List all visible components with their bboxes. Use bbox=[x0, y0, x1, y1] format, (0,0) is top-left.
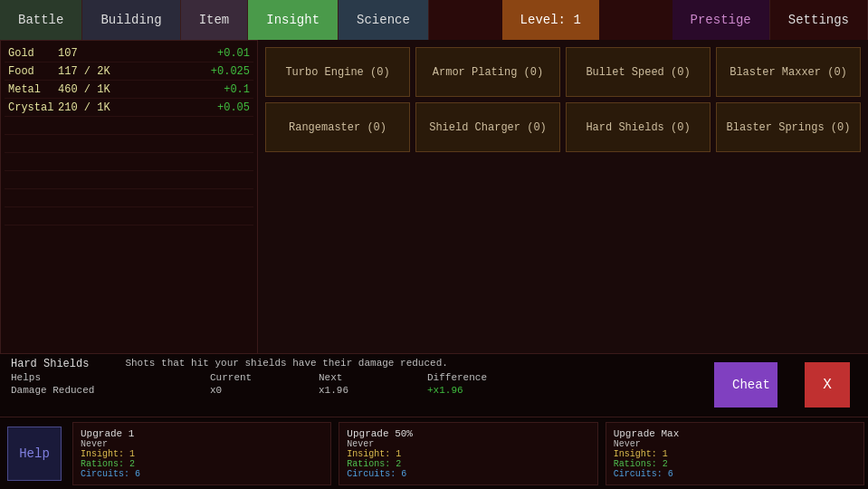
tab-building[interactable]: Building bbox=[82, 0, 180, 40]
resource-rate-crystal: +0.05 bbox=[196, 101, 250, 114]
resource-row-gold: Gold 107 +0.01 bbox=[5, 44, 253, 62]
stat-diff-damage: +x1.96 bbox=[427, 385, 463, 396]
resource-row-metal: Metal 460 / 1K +0.1 bbox=[5, 81, 253, 99]
resource-name-metal: Metal bbox=[8, 83, 58, 96]
resource-name-food: Food bbox=[8, 65, 58, 78]
cost-rations-3: Rations: 2 bbox=[614, 459, 668, 469]
stat-next-damage: x1.96 bbox=[319, 385, 427, 396]
resource-row-empty2 bbox=[5, 135, 253, 153]
resource-name-gold: Gold bbox=[8, 47, 58, 60]
stat-name-damage: Damage Reduced bbox=[11, 385, 210, 396]
action-card-upgrade1[interactable]: Upgrade 1 Never Insight: 1 Rations: 2 Ci… bbox=[72, 422, 331, 485]
resource-row-crystal: Crystal 210 / 1K +0.05 bbox=[5, 99, 253, 117]
stat-current-damage: x0 bbox=[210, 385, 319, 396]
action-card-upgrade50[interactable]: Upgrade 50% Never Insight: 1 Rations: 2 … bbox=[339, 422, 597, 485]
tab-science[interactable]: Science bbox=[339, 0, 429, 40]
resource-value-metal: 460 / 1K bbox=[58, 83, 196, 96]
header-next: Next bbox=[319, 372, 427, 383]
resource-value-gold: 107 bbox=[58, 47, 196, 60]
action-card-upgrade1-sub: Never bbox=[81, 439, 323, 449]
help-button[interactable]: Help bbox=[7, 427, 62, 481]
resource-row-empty4 bbox=[5, 171, 253, 189]
action-card-upgrade50-title: Upgrade 50% bbox=[347, 428, 589, 439]
action-card-upgrademax-title: Upgrade Max bbox=[614, 428, 856, 439]
resource-name-crystal: Crystal bbox=[8, 101, 58, 114]
action-card-upgrademax[interactable]: Upgrade Max Never Insight: 1 Rations: 2 … bbox=[606, 422, 864, 485]
tab-item[interactable]: Item bbox=[181, 0, 249, 40]
bottom-bar: Help Upgrade 1 Never Insight: 1 Rations:… bbox=[0, 417, 868, 489]
header-difference: Difference bbox=[427, 372, 536, 383]
resource-value-crystal: 210 / 1K bbox=[58, 101, 196, 114]
action-card-upgrademax-sub: Never bbox=[614, 439, 856, 449]
cost-circuits-1: Circuits: 6 bbox=[81, 469, 140, 479]
tab-prestige[interactable]: Prestige bbox=[672, 0, 770, 40]
nav-spacer bbox=[429, 0, 502, 40]
info-description: Shots that hit your shields have their d… bbox=[125, 358, 447, 369]
upgrade-blaster-maxxer[interactable]: Blaster Maxxer (0) bbox=[716, 47, 861, 97]
top-nav: Battle Building Item Insight Science Lev… bbox=[0, 0, 868, 40]
resource-row-empty3 bbox=[5, 153, 253, 171]
resource-rate-metal: +0.1 bbox=[196, 83, 250, 96]
cost-insight-3: Insight: 1 bbox=[614, 449, 668, 459]
cost-circuits-2: Circuits: 6 bbox=[347, 469, 406, 479]
resource-row-empty6 bbox=[5, 207, 253, 225]
header-helps: Helps bbox=[11, 372, 210, 383]
upgrade-shield-charger[interactable]: Shield Charger (0) bbox=[415, 102, 560, 152]
tab-battle[interactable]: Battle bbox=[0, 0, 82, 40]
action-card-upgrade1-title: Upgrade 1 bbox=[81, 428, 323, 439]
nav-spacer2 bbox=[599, 0, 672, 40]
header-current: Current bbox=[210, 372, 319, 383]
upgrade-turbo-engine[interactable]: Turbo Engine (0) bbox=[265, 47, 410, 97]
action-card-upgrade50-costs: Insight: 1 Rations: 2 Circuits: 6 bbox=[347, 449, 589, 479]
upgrade-rangemaster[interactable]: Rangemaster (0) bbox=[265, 102, 410, 152]
cost-circuits-3: Circuits: 6 bbox=[614, 469, 673, 479]
cheat-button[interactable]: Cheat bbox=[714, 362, 777, 408]
resource-value-food: 117 / 2K bbox=[58, 65, 196, 78]
resource-row-empty1 bbox=[5, 117, 253, 135]
info-title: Hard Shields bbox=[11, 358, 89, 370]
cost-insight-2: Insight: 1 bbox=[347, 449, 401, 459]
close-button[interactable]: X bbox=[805, 362, 850, 408]
cost-rations-2: Rations: 2 bbox=[347, 459, 401, 469]
level-display: Level: 1 bbox=[502, 0, 599, 40]
upgrade-hard-shields[interactable]: Hard Shields (0) bbox=[566, 102, 711, 152]
action-card-upgrademax-costs: Insight: 1 Rations: 2 Circuits: 6 bbox=[614, 449, 856, 479]
cost-insight-1: Insight: 1 bbox=[81, 449, 135, 459]
upgrade-armor-plating[interactable]: Armor Plating (0) bbox=[415, 47, 560, 97]
upgrade-bullet-speed[interactable]: Bullet Speed (0) bbox=[566, 47, 711, 97]
resource-row-food: Food 117 / 2K +0.025 bbox=[5, 62, 253, 81]
resource-rate-gold: +0.01 bbox=[196, 47, 250, 60]
tab-insight[interactable]: Insight bbox=[248, 0, 339, 40]
upgrade-blaster-springs[interactable]: Blaster Springs (0) bbox=[716, 102, 861, 152]
cost-rations-1: Rations: 2 bbox=[81, 459, 135, 469]
resource-rate-food: +0.025 bbox=[196, 65, 250, 78]
action-card-upgrade1-costs: Insight: 1 Rations: 2 Circuits: 6 bbox=[81, 449, 323, 479]
tab-settings[interactable]: Settings bbox=[770, 0, 868, 40]
action-card-upgrade50-sub: Never bbox=[347, 439, 589, 449]
resource-row-empty5 bbox=[5, 189, 253, 207]
